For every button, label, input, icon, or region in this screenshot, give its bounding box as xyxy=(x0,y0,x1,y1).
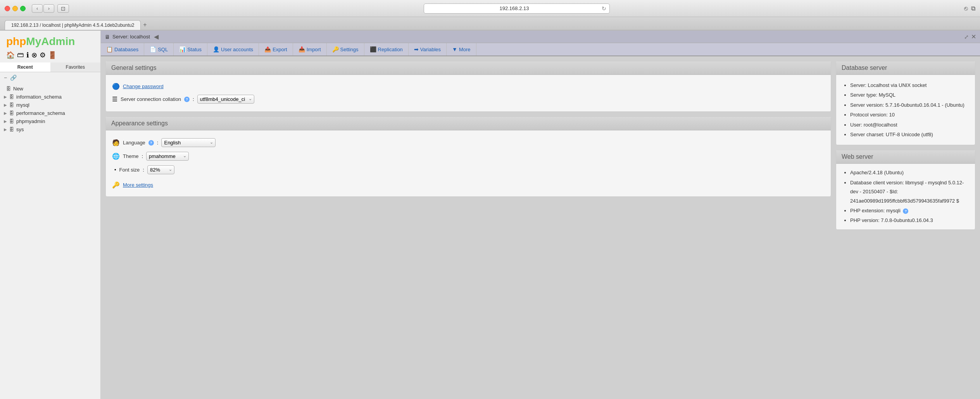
traffic-lights xyxy=(5,6,26,11)
tab-user-accounts[interactable]: 👤 User accounts xyxy=(207,43,259,56)
expand-icon: ▶ xyxy=(4,119,7,123)
tab-import[interactable]: 📥 Import xyxy=(293,43,327,56)
tab-more[interactable]: ▼ More xyxy=(447,43,476,56)
db-item-information-schema[interactable]: ▶ 🗄 information_schema xyxy=(0,93,100,101)
sidebar-tabs: Recent Favorites xyxy=(0,62,100,72)
tab-export[interactable]: 📤 Export xyxy=(259,43,293,56)
list-item: PHP extension: mysqli ? xyxy=(850,206,969,215)
new-icon: 🗄 xyxy=(6,86,11,92)
new-tab-button[interactable]: ⧉ xyxy=(971,5,975,12)
tab-status[interactable]: 📊 Status xyxy=(174,43,207,56)
more-settings-link[interactable]: More settings xyxy=(123,182,153,188)
change-password-link[interactable]: Change password xyxy=(123,83,164,89)
database-tree: 🗄 New ▶ 🗄 information_schema ▶ 🗄 mysql ▶… xyxy=(0,83,100,399)
active-tab[interactable]: 192.168.2.13 / localhost | phpMyAdmin 4.… xyxy=(5,20,141,30)
add-tab-button[interactable]: + xyxy=(143,21,147,30)
recent-tab[interactable]: Recent xyxy=(0,62,50,72)
tab-settings[interactable]: 🔑 Settings xyxy=(327,43,364,56)
db-name: mysql xyxy=(16,102,29,108)
language-row: 🧑 Language ? : English French German Spa… xyxy=(112,136,825,149)
back-button[interactable]: ‹ xyxy=(32,4,43,13)
address-bar[interactable]: 192.168.2.13 ↻ xyxy=(424,3,610,14)
password-icon: 🔵 xyxy=(112,83,120,90)
web-server-list: Apache/2.4.18 (Ubuntu) Database client v… xyxy=(842,168,969,225)
database-server-body: Server: Localhost via UNIX socket Server… xyxy=(836,75,975,145)
server-expand-button[interactable]: ⤢ xyxy=(964,34,969,40)
browser-titlebar: ‹ › ⊡ 192.168.2.13 ↻ ⎋ ⧉ xyxy=(0,0,980,17)
db-item-phpmyadmin[interactable]: ▶ 🗄 phpmyadmin xyxy=(0,117,100,125)
reload-button[interactable]: ↻ xyxy=(602,5,606,12)
mysqli-info-icon[interactable]: ? xyxy=(903,208,908,214)
share-button[interactable]: ⎋ xyxy=(964,5,968,12)
list-item: Database client version: libmysql - mysq… xyxy=(850,178,969,206)
collation-info-icon[interactable]: ? xyxy=(184,97,190,102)
list-item: Protocol version: 10 xyxy=(850,110,969,120)
database-server-list: Server: Localhost via UNIX socket Server… xyxy=(842,80,969,139)
database-icon[interactable]: 🗃 xyxy=(17,51,24,59)
more-settings-row: 🔑 More settings xyxy=(112,179,825,191)
general-settings-body: 🔵 Change password ☰ Server connection co… xyxy=(106,75,831,111)
server-header-label: Server: localhost xyxy=(112,34,150,40)
collapse-all-button[interactable]: − xyxy=(4,75,7,81)
web-server-panel: Web server Apache/2.4.18 (Ubuntu) Databa… xyxy=(836,150,975,229)
server-icon: 🖥 xyxy=(105,34,110,40)
theme-select[interactable]: pmahomme original metro xyxy=(146,152,189,161)
expand-icon: ▶ xyxy=(4,127,7,132)
font-size-label: Font size xyxy=(119,167,140,173)
forward-button[interactable]: › xyxy=(43,4,54,13)
settings-icon[interactable]: ⚙ xyxy=(40,51,46,59)
close-window-button[interactable] xyxy=(5,6,10,11)
tab-replication[interactable]: ⬛ Replication xyxy=(364,43,409,56)
variables-icon: ➡ xyxy=(414,46,419,52)
content-area: General settings 🔵 Change password ☰ Ser… xyxy=(101,56,980,399)
tab-variables[interactable]: ➡ Variables xyxy=(409,43,447,56)
sidebar-icons: 🏠 🗃 ℹ ⊗ ⚙ 🚪 xyxy=(0,51,100,62)
clear-icon[interactable]: ⊗ xyxy=(31,51,37,59)
font-size-select[interactable]: 72% 82% 92% 100% xyxy=(147,165,174,174)
minimize-window-button[interactable] xyxy=(12,6,18,11)
db-icon: 🗄 xyxy=(9,127,14,132)
exit-icon[interactable]: 🚪 xyxy=(48,51,57,59)
favorites-tab[interactable]: Favorites xyxy=(50,62,101,72)
list-item: PHP version: 7.0.8-0ubuntu0.16.04.3 xyxy=(850,215,969,225)
theme-icon: 🌐 xyxy=(112,153,120,160)
settings-tab-icon: 🔑 xyxy=(332,46,339,52)
db-icon: 🗄 xyxy=(9,111,14,116)
fullscreen-window-button[interactable] xyxy=(20,6,26,11)
language-select[interactable]: English French German Spanish xyxy=(161,138,216,147)
db-icon: 🗄 xyxy=(9,102,14,108)
list-item: Server: Localhost via UNIX socket xyxy=(850,80,969,90)
font-size-select-wrap: 72% 82% 92% 100% xyxy=(147,165,174,174)
more-settings-icon: 🔑 xyxy=(112,181,120,189)
browser-chrome: ‹ › ⊡ 192.168.2.13 ↻ ⎋ ⧉ 192.168.2.13 / … xyxy=(0,0,980,31)
db-icon: 🗄 xyxy=(9,94,14,100)
content-left: General settings 🔵 Change password ☰ Ser… xyxy=(105,61,831,395)
language-info-icon[interactable]: ? xyxy=(148,140,154,146)
change-password-row: 🔵 Change password xyxy=(112,80,825,92)
db-item-performance-schema[interactable]: ▶ 🗄 performance_schema xyxy=(0,109,100,117)
databases-icon: 📋 xyxy=(106,46,113,52)
tab-databases[interactable]: 📋 Databases xyxy=(101,43,144,56)
replication-icon: ⬛ xyxy=(370,46,376,52)
list-item: Server charset: UTF-8 Unicode (utf8) xyxy=(850,130,969,139)
collation-label: Server connection collation xyxy=(121,96,181,102)
expand-icon: ▶ xyxy=(4,103,7,107)
server-close-button[interactable]: ✕ xyxy=(971,33,976,40)
new-database-item[interactable]: 🗄 New xyxy=(0,85,100,93)
tab-sql[interactable]: 📄 SQL xyxy=(144,43,174,56)
db-item-sys[interactable]: ▶ 🗄 sys xyxy=(0,125,100,134)
theme-select-wrap: pmahomme original metro xyxy=(146,152,189,161)
font-size-row: • Font size : 72% 82% 92% 100% xyxy=(112,163,825,177)
sidebar-toggle-button[interactable]: ⊡ xyxy=(57,4,69,13)
collation-row: ☰ Server connection collation ? : utf8mb… xyxy=(112,92,825,106)
db-item-mysql[interactable]: ▶ 🗄 mysql xyxy=(0,101,100,109)
database-server-panel: Database server Server: Localhost via UN… xyxy=(836,61,975,145)
server-collapse-button[interactable]: ◀ xyxy=(154,33,159,40)
collation-select[interactable]: utf8mb4_unicode_ci utf8_general_ci latin… xyxy=(197,95,254,104)
server-header: 🖥 Server: localhost ◀ ⤢ ✕ xyxy=(101,31,980,43)
link-button[interactable]: 🔗 xyxy=(10,75,17,81)
help-icon[interactable]: ℹ xyxy=(26,51,29,59)
home-icon[interactable]: 🏠 xyxy=(6,51,15,59)
content-right: Database server Server: Localhost via UN… xyxy=(836,61,975,395)
sql-icon: 📄 xyxy=(150,46,156,52)
